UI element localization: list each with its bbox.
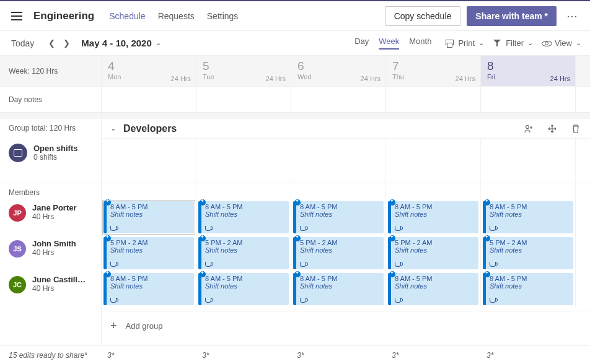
shift-time: 5 PM - 2 AM xyxy=(110,239,190,246)
shift-cell[interactable]: 8 AM - 5 PMShift notes xyxy=(386,199,481,235)
unsaved-indicator-icon xyxy=(200,199,206,206)
shift-card[interactable]: 5 PM - 2 AMShift notes xyxy=(483,237,573,269)
filter-button[interactable]: Filter ⌄ xyxy=(493,38,533,48)
shift-card[interactable]: 5 PM - 2 AMShift notes xyxy=(198,237,289,269)
break-icon xyxy=(395,262,401,267)
delete-group-icon[interactable] xyxy=(570,123,581,134)
day-notes-cell[interactable] xyxy=(291,87,386,112)
day-notes-cell[interactable] xyxy=(196,87,291,112)
shift-cell[interactable]: 8 AM - 5 PMShift notes xyxy=(102,199,196,235)
shift-cell[interactable]: 8 AM - 5 PMShift notes xyxy=(291,271,386,307)
shift-card[interactable]: 8 AM - 5 PMShift notes xyxy=(483,273,573,305)
footer-day-edits: 3* xyxy=(297,351,392,360)
shift-card[interactable]: 5 PM - 2 AMShift notes xyxy=(103,237,194,269)
members-label: Members xyxy=(0,183,101,199)
shift-notes-label: Shift notes xyxy=(110,210,190,218)
tab-requests[interactable]: Requests xyxy=(158,11,195,21)
break-icon xyxy=(490,298,496,303)
shift-card[interactable]: 5 PM - 2 AMShift notes xyxy=(388,237,478,269)
shift-cell[interactable]: 8 AM - 5 PMShift notes xyxy=(386,271,481,307)
shift-time: 5 PM - 2 AM xyxy=(205,239,285,246)
prev-week-button[interactable]: ❮ xyxy=(44,38,59,48)
shift-cell[interactable]: 5 PM - 2 AMShift notes xyxy=(386,235,481,271)
collapse-group-icon[interactable]: ⌄ xyxy=(110,124,116,132)
day-header-wed[interactable]: 6Wed24 Hrs xyxy=(291,56,386,86)
footer-day-edits: 3* xyxy=(487,351,581,360)
open-shift-cell[interactable] xyxy=(102,139,196,183)
shift-cell[interactable]: 5 PM - 2 AMShift notes xyxy=(291,235,386,271)
tab-schedule[interactable]: Schedule xyxy=(109,11,145,21)
shift-card[interactable]: 8 AM - 5 PMShift notes xyxy=(103,273,194,305)
viewmode-day[interactable]: Day xyxy=(354,37,369,50)
shift-cell[interactable]: 5 PM - 2 AMShift notes xyxy=(196,235,291,271)
hamburger-icon[interactable] xyxy=(11,12,22,20)
day-notes-cell[interactable] xyxy=(386,87,481,112)
day-header-fri[interactable]: 8Fri24 Hrs xyxy=(481,56,576,86)
viewmode-month[interactable]: Month xyxy=(409,37,431,50)
shift-card[interactable]: 8 AM - 5 PMShift notes xyxy=(198,201,289,233)
move-group-icon[interactable] xyxy=(547,123,558,134)
shift-cell[interactable]: 8 AM - 5 PMShift notes xyxy=(196,271,291,307)
open-shift-cell[interactable] xyxy=(576,139,590,183)
more-icon[interactable]: ⋯ xyxy=(564,9,581,23)
day-notes-cell[interactable] xyxy=(102,87,196,112)
date-picker-chevron-icon[interactable]: ⌄ xyxy=(156,39,161,47)
day-header-mon[interactable]: 4Mon24 Hrs xyxy=(102,56,196,86)
shift-card[interactable]: 8 AM - 5 PMShift notes xyxy=(198,273,289,305)
shift-cell[interactable] xyxy=(576,235,590,271)
member-row[interactable]: JCJune Castill…40 Hrs xyxy=(0,271,101,307)
shift-cell[interactable]: 8 AM - 5 PMShift notes xyxy=(291,199,386,235)
print-label: Print xyxy=(458,38,475,48)
unsaved-indicator-icon xyxy=(294,199,301,206)
open-shift-cell[interactable] xyxy=(386,139,481,183)
break-icon xyxy=(300,226,306,231)
shift-cell[interactable]: 8 AM - 5 PMShift notes xyxy=(481,199,576,235)
day-notes-cell[interactable] xyxy=(576,87,590,112)
chevron-down-icon: ⌄ xyxy=(527,39,533,47)
date-range[interactable]: May 4 - 10, 2020 xyxy=(81,38,151,48)
shift-cell[interactable]: 8 AM - 5 PMShift notes xyxy=(481,271,576,307)
day-notes-cell[interactable] xyxy=(481,87,576,112)
tab-settings[interactable]: Settings xyxy=(207,11,239,21)
group-name[interactable]: Developers xyxy=(123,123,177,134)
open-shift-cell[interactable] xyxy=(481,139,576,183)
day-header-s[interactable]: 9S xyxy=(586,56,590,86)
day-header-tue[interactable]: 5Tue24 Hrs xyxy=(196,56,291,86)
open-shift-cell[interactable] xyxy=(291,139,386,183)
avatar: JS xyxy=(9,240,26,258)
shift-cell[interactable]: 8 AM - 5 PMShift notes xyxy=(196,199,291,235)
next-week-button[interactable]: ❯ xyxy=(59,38,74,48)
avatar: JC xyxy=(9,276,26,293)
copy-schedule-button[interactable]: Copy schedule xyxy=(385,6,461,26)
break-icon xyxy=(110,298,117,303)
shift-cell[interactable]: 8 AM - 5 PMShift notes xyxy=(102,271,196,307)
add-group-button[interactable]: + Add group xyxy=(102,311,590,340)
shift-card[interactable]: 8 AM - 5 PMShift notes xyxy=(388,273,478,305)
view-button[interactable]: View ⌄ xyxy=(542,38,581,48)
open-shifts-row[interactable]: Open shifts 0 shifts xyxy=(0,139,101,183)
shift-card[interactable]: 8 AM - 5 PMShift notes xyxy=(388,201,478,233)
shift-card[interactable]: 8 AM - 5 PMShift notes xyxy=(483,201,573,233)
chevron-down-icon: ⌄ xyxy=(576,39,581,47)
add-group-label: Add group xyxy=(126,321,163,331)
member-row[interactable]: JSJohn Smith40 Hrs xyxy=(0,235,101,271)
share-with-team-button[interactable]: Share with team * xyxy=(467,6,557,26)
add-member-icon[interactable] xyxy=(523,123,534,134)
day-header-thu[interactable]: 7Thu24 Hrs xyxy=(386,56,481,86)
today-button[interactable]: Today xyxy=(11,38,34,48)
break-icon xyxy=(395,298,401,303)
shift-cell[interactable]: 5 PM - 2 AMShift notes xyxy=(481,235,576,271)
shift-cell[interactable] xyxy=(576,271,590,307)
member-row[interactable]: JPJane Porter40 Hrs xyxy=(0,199,101,235)
shift-card[interactable]: 8 AM - 5 PMShift notes xyxy=(293,201,384,233)
open-shift-cell[interactable] xyxy=(196,139,291,183)
print-button[interactable]: Print ⌄ xyxy=(445,38,484,48)
viewmode-week[interactable]: Week xyxy=(379,37,399,50)
shift-cell[interactable] xyxy=(576,199,590,235)
shift-card[interactable]: 8 AM - 5 PMShift notes xyxy=(103,201,194,233)
shift-time: 8 AM - 5 PM xyxy=(490,203,570,210)
shift-cell[interactable]: 5 PM - 2 AMShift notes xyxy=(102,235,196,271)
week-hours-label: Week: 120 Hrs xyxy=(0,56,101,87)
shift-card[interactable]: 5 PM - 2 AMShift notes xyxy=(293,237,384,269)
shift-card[interactable]: 8 AM - 5 PMShift notes xyxy=(293,273,384,305)
